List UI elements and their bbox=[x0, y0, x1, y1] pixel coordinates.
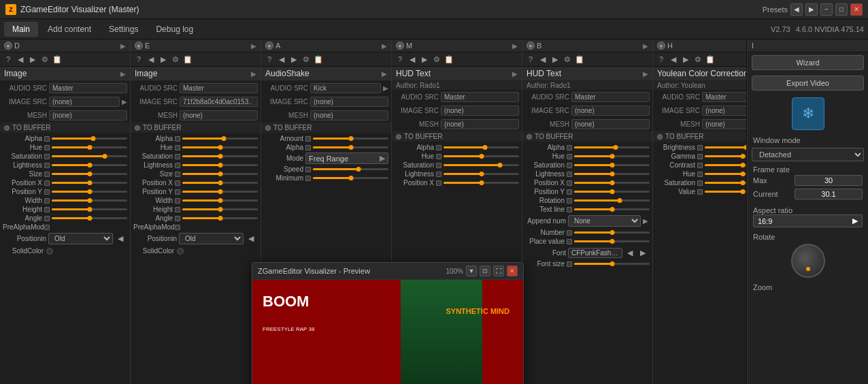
col-a-image-value[interactable]: (none) bbox=[310, 97, 388, 107]
dot-e-posx[interactable] bbox=[175, 180, 180, 186]
col-a-audio-arrow[interactable]: ▶ bbox=[383, 84, 388, 92]
dot-h-value[interactable] bbox=[697, 189, 703, 195]
dot-b-posy[interactable] bbox=[567, 189, 572, 195]
tool-h-1[interactable]: ? bbox=[656, 54, 667, 65]
export-video-btn[interactable]: Export Video bbox=[752, 76, 864, 91]
tool-e-2[interactable]: ◀ bbox=[146, 54, 156, 65]
tool-a-5[interactable]: 📋 bbox=[313, 54, 324, 65]
dot-m-hue[interactable] bbox=[436, 154, 441, 159]
track-e-posx[interactable] bbox=[182, 182, 258, 184]
tool-b-4[interactable]: ⚙ bbox=[562, 54, 573, 65]
slider-d-angle-dot[interactable] bbox=[44, 216, 50, 221]
col-d-mesh-value[interactable]: (none) bbox=[49, 110, 127, 121]
dot-b-textline[interactable] bbox=[567, 207, 572, 212]
col-d-image-arrow[interactable]: ▶ bbox=[122, 98, 127, 106]
font-b-nav-prev[interactable]: ◀ bbox=[624, 247, 635, 258]
nav-next-btn[interactable]: ▶ bbox=[805, 3, 818, 16]
tool-e-3[interactable]: ▶ bbox=[158, 54, 169, 65]
tab-settings[interactable]: Settings bbox=[101, 22, 146, 37]
slider-d-hue-track[interactable] bbox=[52, 146, 127, 148]
tool-m-3[interactable]: ▶ bbox=[419, 54, 430, 65]
track-a-speed[interactable] bbox=[313, 168, 388, 170]
track-a-alpha[interactable] bbox=[313, 146, 388, 148]
tool-m-5[interactable]: 📋 bbox=[444, 54, 454, 65]
col-h-audio-value[interactable]: Master bbox=[702, 92, 747, 102]
col-b-image-value[interactable]: (none) bbox=[571, 106, 650, 116]
slider-d-prealpha-dot[interactable] bbox=[44, 225, 50, 230]
track-e-sat[interactable] bbox=[182, 155, 258, 157]
col-b-expand[interactable]: ▶ bbox=[643, 70, 648, 78]
preview-close-btn[interactable]: ✕ bbox=[507, 266, 518, 276]
slider-d-width-track[interactable] bbox=[52, 199, 127, 202]
dot-e-alpha[interactable] bbox=[175, 136, 180, 142]
dot-e-size[interactable] bbox=[175, 172, 180, 177]
tool-h-3[interactable]: ▶ bbox=[680, 54, 691, 65]
slider-d-positionin-select[interactable]: Old bbox=[48, 233, 113, 244]
col-e-image-value[interactable]: 71f2b8a0c4d0ac0153.. bbox=[180, 97, 258, 107]
track-m-light[interactable] bbox=[444, 173, 519, 175]
tool-b-1[interactable]: ? bbox=[525, 54, 536, 65]
tool-d-5[interactable]: 📋 bbox=[52, 54, 63, 65]
dot-h-brightness[interactable] bbox=[697, 145, 703, 150]
minimize-btn[interactable]: − bbox=[820, 3, 833, 16]
track-b-light[interactable] bbox=[574, 173, 650, 175]
dot-h-hue[interactable] bbox=[697, 172, 703, 177]
dot-b-hue[interactable] bbox=[567, 154, 572, 159]
dot-b-fontsize[interactable] bbox=[567, 261, 572, 267]
dot-e-prealpha[interactable] bbox=[175, 225, 180, 230]
tool-d-1[interactable]: ? bbox=[3, 54, 14, 65]
slider-d-alpha-dot[interactable] bbox=[44, 136, 50, 142]
col-m-image-value[interactable]: (none) bbox=[441, 106, 519, 116]
slider-d-size-dot[interactable] bbox=[44, 172, 50, 177]
positionin-e-nav[interactable]: ◀ bbox=[246, 234, 256, 244]
dot-b-posx[interactable] bbox=[567, 180, 572, 186]
tool-a-2[interactable]: ◀ bbox=[276, 54, 287, 65]
slider-d-posx-track[interactable] bbox=[52, 182, 127, 184]
col-e-audio-value[interactable]: Master bbox=[180, 83, 258, 93]
preview-fullscreen-btn[interactable]: ⛶ bbox=[493, 266, 504, 276]
slider-d-angle-track[interactable] bbox=[52, 217, 127, 219]
tool-e-4[interactable]: ⚙ bbox=[170, 54, 181, 65]
dot-e-width[interactable] bbox=[175, 198, 180, 204]
dot-b-sat[interactable] bbox=[567, 163, 572, 168]
slider-d-light-track[interactable] bbox=[52, 164, 127, 166]
col-m-expand[interactable]: ▶ bbox=[512, 70, 518, 78]
tool-a-1[interactable]: ? bbox=[264, 54, 275, 65]
dot-e-sat[interactable] bbox=[175, 154, 180, 159]
tool-d-3[interactable]: ▶ bbox=[27, 54, 38, 65]
col-a-expand[interactable]: ▶ bbox=[382, 70, 387, 78]
dot-m-sat[interactable] bbox=[436, 163, 441, 168]
tab-main[interactable]: Main bbox=[4, 22, 38, 37]
col-h-mesh-value[interactable]: (none) bbox=[702, 119, 747, 129]
mode-select[interactable]: Freq Range ▶ bbox=[305, 153, 388, 164]
slider-d-height-track[interactable] bbox=[52, 208, 127, 210]
dot-b-number[interactable] bbox=[567, 230, 572, 236]
col-a-audio-value[interactable]: Kick bbox=[310, 83, 381, 93]
aspect-ratio-value[interactable]: 16:9 ▶ bbox=[753, 214, 863, 227]
slider-d-hue-dot[interactable] bbox=[44, 145, 50, 150]
tool-a-3[interactable]: ▶ bbox=[288, 54, 299, 65]
col-m-mesh-value[interactable]: (none) bbox=[441, 119, 519, 129]
tool-b-5[interactable]: 📋 bbox=[574, 54, 585, 65]
dot-h-sat[interactable] bbox=[697, 180, 703, 186]
col-e-expand[interactable]: ▶ bbox=[251, 70, 256, 78]
tab-add-content[interactable]: Add content bbox=[39, 22, 99, 37]
track-h-value[interactable] bbox=[705, 191, 747, 193]
track-b-placevalue[interactable] bbox=[574, 240, 650, 242]
col-a-mesh-value[interactable]: (none) bbox=[310, 110, 388, 121]
track-b-posy[interactable] bbox=[574, 191, 650, 193]
track-b-rotation[interactable] bbox=[574, 199, 650, 202]
track-e-angle[interactable] bbox=[182, 217, 258, 219]
maximize-btn[interactable]: □ bbox=[835, 3, 848, 16]
track-m-alpha[interactable] bbox=[444, 146, 519, 148]
track-a-amount[interactable] bbox=[313, 138, 388, 140]
slider-d-sat-track[interactable] bbox=[52, 155, 127, 157]
dot-b-placevalue[interactable] bbox=[567, 239, 572, 244]
solidcolor-e-dot[interactable] bbox=[177, 248, 184, 255]
tool-d-4[interactable]: ⚙ bbox=[39, 54, 50, 65]
dot-h-contrast[interactable] bbox=[697, 163, 703, 168]
col-b-mesh-value[interactable]: (none) bbox=[571, 119, 650, 129]
col-h-image-value[interactable]: (none) bbox=[702, 106, 747, 116]
track-h-brightness[interactable] bbox=[705, 146, 747, 148]
slider-d-width-dot[interactable] bbox=[44, 198, 50, 204]
